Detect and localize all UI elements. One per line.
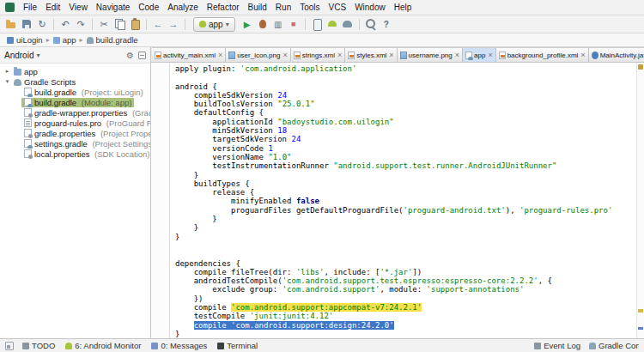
- chevron-collapsed-icon[interactable]: ▸: [3, 68, 11, 75]
- tab-username-png[interactable]: username.png×: [398, 47, 463, 62]
- code-line[interactable]: [175, 73, 636, 82]
- close-icon[interactable]: ×: [337, 51, 342, 59]
- menu-code[interactable]: Code: [134, 3, 163, 12]
- code-line[interactable]: testInstrumentationRunner "android.suppo…: [175, 161, 636, 170]
- code-line[interactable]: versionName "1.0": [175, 153, 636, 161]
- help-icon[interactable]: ?: [380, 17, 393, 31]
- save-icon[interactable]: [20, 17, 33, 31]
- menu-edit[interactable]: Edit: [41, 3, 64, 12]
- code-line[interactable]: }: [175, 215, 636, 223]
- code-line[interactable]: }: [175, 223, 636, 232]
- editor-scrollbar[interactable]: [636, 63, 644, 338]
- run-config-selector[interactable]: app▾: [193, 17, 235, 32]
- back-icon[interactable]: ←: [151, 17, 165, 31]
- code-line[interactable]: androidTestCompile('com.android.support.…: [175, 276, 636, 285]
- code-line[interactable]: exclude group: 'com.android.support', mo…: [175, 285, 636, 294]
- code-line[interactable]: minifyEnabled false: [175, 197, 636, 205]
- tree-item-build-gradle-module-app[interactable]: build.gradle (Module: app): [0, 97, 150, 107]
- code-line[interactable]: buildToolsVersion "25.0.1": [175, 100, 636, 108]
- code-line[interactable]: }: [175, 330, 636, 338]
- editor-gutter[interactable]: [151, 63, 170, 338]
- tab-app[interactable]: app×: [463, 47, 496, 62]
- menu-view[interactable]: View: [64, 3, 92, 12]
- inspection-indicator-icon[interactable]: [638, 64, 643, 70]
- search-icon[interactable]: [364, 17, 378, 31]
- menu-vcs[interactable]: VCS: [325, 3, 351, 12]
- close-icon[interactable]: ×: [580, 51, 585, 59]
- tree-item-proguard-rules-pro-proguard-rules-for-app[interactable]: proguard-rules.pro (ProGuard Rules for a…: [0, 118, 150, 128]
- menu-navigate[interactable]: Navigate: [92, 3, 134, 12]
- code-line[interactable]: android {: [175, 82, 636, 91]
- menu-file[interactable]: File: [19, 3, 41, 12]
- tab-user-icon-png[interactable]: user_icon.png×: [226, 47, 291, 62]
- status-todo[interactable]: TODO: [22, 341, 55, 350]
- gear-icon[interactable]: ⚙: [126, 51, 134, 60]
- code-line[interactable]: minSdkVersion 18: [175, 126, 636, 135]
- menu-analyze[interactable]: Analyze: [163, 3, 203, 12]
- code-line[interactable]: buildTypes {: [175, 179, 636, 188]
- code-line[interactable]: applicationId "badoystudio.com.uilogin": [175, 118, 636, 126]
- sync-icon[interactable]: ↻: [35, 17, 49, 31]
- status-terminal[interactable]: Terminal: [217, 341, 258, 350]
- debug-icon[interactable]: [256, 17, 270, 31]
- code-line[interactable]: proguardFiles getDefaultProguardFile('pr…: [175, 206, 636, 215]
- menu-help[interactable]: Help: [390, 3, 416, 12]
- tree-item-settings-gradle-project-settings[interactable]: settings.gradle (Project Settings): [0, 138, 150, 149]
- breadcrumb-item-build-gradle[interactable]: build.gradle: [85, 35, 140, 45]
- tab-background-profile-xml[interactable]: background_profile.xml×: [496, 47, 589, 62]
- editor-code[interactable]: apply plugin: 'com.android.application' …: [170, 63, 636, 338]
- code-line[interactable]: compile 'com.android.support:design:24.2…: [175, 321, 636, 330]
- menu-window[interactable]: Window: [350, 3, 390, 12]
- code-line[interactable]: }: [175, 171, 636, 179]
- code-line[interactable]: defaultConfig {: [175, 108, 636, 117]
- caret-stripe-mark[interactable]: [638, 327, 643, 330]
- menu-refactor[interactable]: Refactor: [203, 3, 244, 12]
- device-icon[interactable]: [310, 17, 324, 31]
- tree-item-gradle-wrapper-properties-gradle-version[interactable]: gradle-wrapper.properties (Gradle Versio…: [0, 107, 150, 118]
- status-gradle-console[interactable]: Gradle Console: [589, 341, 639, 350]
- tree-item-build-gradle-project-uilogin[interactable]: build.gradle (Project: uiLogin): [0, 87, 150, 97]
- paste-icon[interactable]: [128, 17, 142, 31]
- gradle-sync-icon[interactable]: [341, 17, 355, 31]
- code-line[interactable]: }: [175, 233, 636, 241]
- tree-item-gradle-scripts[interactable]: ▾Gradle Scripts: [0, 76, 150, 87]
- chevron-expanded-icon[interactable]: ▾: [3, 78, 11, 85]
- collapse-all-icon[interactable]: [138, 52, 146, 59]
- undo-icon[interactable]: ↶: [58, 17, 72, 31]
- tree-item-gradle-properties-project-properties[interactable]: gradle.properties (Project Properties): [0, 128, 150, 138]
- code-line[interactable]: apply plugin: 'com.android.application': [175, 64, 636, 73]
- tree-item-app[interactable]: ▸app: [0, 66, 150, 76]
- menu-tools[interactable]: Tools: [295, 3, 324, 12]
- close-icon[interactable]: ×: [389, 51, 393, 59]
- code-line[interactable]: [175, 250, 636, 258]
- code-line[interactable]: [175, 241, 636, 250]
- code-line[interactable]: compileSdkVersion 24: [175, 91, 636, 100]
- code-line[interactable]: release {: [175, 188, 636, 197]
- toolwindow-switcher-icon[interactable]: [5, 342, 14, 350]
- coverage-icon[interactable]: ▥: [271, 17, 285, 31]
- code-line[interactable]: testCompile 'junit:junit:4.12': [175, 312, 636, 320]
- code-line[interactable]: }): [175, 294, 636, 303]
- code-line[interactable]: compile 'com.android.support:appcompat-v…: [175, 303, 636, 312]
- cut-icon[interactable]: ✂: [97, 17, 111, 31]
- status-0-messages[interactable]: 0: Messages: [151, 341, 207, 350]
- menu-run[interactable]: Run: [271, 3, 295, 12]
- tree-item-local-properties-sdk-location[interactable]: local.properties (SDK Location): [0, 149, 150, 159]
- breadcrumb-item-uilogin[interactable]: uiLogin: [5, 35, 45, 45]
- search-result-stripe-mark[interactable]: [638, 309, 643, 313]
- code-line[interactable]: targetSdkVersion 24: [175, 135, 636, 143]
- forward-icon[interactable]: →: [167, 17, 180, 31]
- tab-styles-xml[interactable]: styles.xml×: [345, 47, 397, 62]
- close-icon[interactable]: ×: [283, 51, 287, 59]
- project-view-selector[interactable]: Android ▾: [4, 51, 39, 60]
- run-icon[interactable]: ▶: [240, 17, 254, 31]
- tab-mainactivity-java[interactable]: MainActivity.java×: [589, 47, 644, 62]
- code-line[interactable]: dependencies {: [175, 259, 636, 268]
- breadcrumb-item-app[interactable]: app: [52, 35, 78, 45]
- tab-activity-main-xml[interactable]: activity_main.xml×: [152, 47, 226, 62]
- menu-build[interactable]: Build: [244, 3, 271, 12]
- android-sdk-icon[interactable]: [325, 17, 339, 31]
- redo-icon[interactable]: ↷: [74, 17, 88, 31]
- status-6-android-monitor[interactable]: 6: Android Monitor: [65, 341, 141, 350]
- stop-icon[interactable]: ■: [287, 17, 301, 31]
